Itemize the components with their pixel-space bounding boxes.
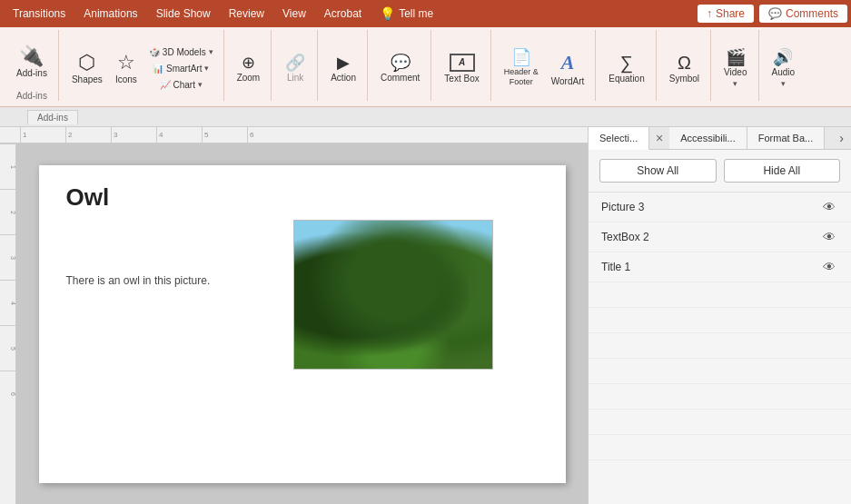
ribbon-3d-smartart-chart: 🎲 3D Models ▾ 📊 SmartArt ▾ 📈 Chart ▾ [144,44,218,93]
chart-icon: 📈 [160,80,171,90]
slide-image-visual [293,220,493,370]
ribbon-group-header-wordart: 📄 Header &Footer A WordArt [493,30,597,101]
link-button[interactable]: 🔗 Link [279,43,312,94]
wordart-button[interactable]: A WordArt [546,43,590,94]
comment-button[interactable]: 💬 Comment [375,43,425,94]
empty-row-3 [589,333,851,359]
addins-icon: 🔌 [19,46,44,66]
symbol-button[interactable]: Ω Symbol [664,43,705,94]
slide-content-area: 1 2 3 4 5 6 Owl There is an owl in this … [0,143,588,504]
slide-title: Owl [66,183,539,212]
picture3-label: Picture 3 [601,201,820,213]
menu-bar: Transitions Animations Slide Show Review… [0,0,851,27]
ruler-h-tick-6: 6 [247,127,292,143]
menu-bar-right: ↑ Share 💬 Comments [698,5,847,23]
share-button[interactable]: ↑ Share [698,5,754,23]
selection-list: Picture 3 👁 TextBox 2 👁 Title 1 👁 [589,193,851,504]
empty-row-6 [589,410,851,435]
title1-visibility-icon[interactable]: 👁 [820,258,838,276]
ribbon-group-link: 🔗 Link [273,30,318,101]
ruler-v-tick-5: 5 [0,325,16,371]
ruler-h-tick-2: 2 [65,127,111,143]
ribbon-group-equation: ∑ Equation [598,30,656,101]
textbox-button[interactable]: A Text Box [439,43,484,94]
ribbon: 🔌 Add-ins Add-ins ⬡ Shapes ☆ Icons 🎲 3D … [0,27,851,107]
zoom-icon: ⊕ [242,54,255,71]
slide-image [293,220,493,370]
tab-format[interactable]: Format Ba... [747,127,826,149]
menu-view[interactable]: View [273,4,315,24]
slide-body-text: There is an owl in this picture. [66,274,211,287]
ruler-v-tick-3: 3 [0,234,16,280]
selection-item-picture3[interactable]: Picture 3 👁 [589,193,851,222]
panel-tabs: Selecti... × Accessibili... Format Ba...… [589,127,851,150]
empty-row-7 [589,435,851,460]
ruler-vertical: 1 2 3 4 5 6 [0,143,16,504]
ribbon-group-addins: 🔌 Add-ins Add-ins [5,30,59,101]
tab-accessibility[interactable]: Accessibili... [669,127,747,149]
chart-dropdown[interactable]: ▾ [198,80,203,89]
header-footer-icon: 📄 [511,49,531,65]
comment-icon: 💬 [391,54,411,71]
video-dropdown[interactable]: ▾ [733,79,737,88]
equation-icon: ∑ [620,54,633,72]
ruler-h-tick-3: 3 [111,127,156,143]
ribbon-group-symbol: Ω Symbol [658,30,711,101]
empty-row-5 [589,384,851,410]
tab-selection[interactable]: Selecti... [589,127,649,150]
ruler-horizontal: 1 2 3 4 5 6 [0,127,588,143]
addins-button[interactable]: 🔌 Add-ins [11,37,53,88]
menu-acrobat[interactable]: Acrobat [315,4,371,24]
textbox2-visibility-icon[interactable]: 👁 [820,228,838,246]
tab-selection-close[interactable]: × [649,128,669,148]
audio-button[interactable]: 🔊 Audio ▾ [767,43,801,94]
3dmodels-dropdown[interactable]: ▾ [209,47,213,56]
empty-row-1 [589,282,851,308]
comments-button[interactable]: 💬 Comments [759,5,847,23]
ruler-h-tick-4: 4 [156,127,202,143]
ribbon-group-video: 🎬 Video ▾ [713,30,758,101]
selection-item-textbox2[interactable]: TextBox 2 👁 [589,222,851,252]
3dmodels-button[interactable]: 🎲 3D Models ▾ [144,44,218,60]
audio-icon: 🔊 [773,49,793,65]
chart-button[interactable]: 📈 Chart ▾ [144,77,218,93]
action-icon: ▶ [337,54,350,71]
shapes-button[interactable]: ⬡ Shapes [66,43,108,94]
menu-review[interactable]: Review [220,4,273,24]
zoom-button[interactable]: ⊕ Zoom [232,43,266,94]
ruler-h-tick-1: 1 [20,127,65,143]
menu-animations[interactable]: Animations [74,4,146,24]
hide-all-button[interactable]: Hide All [724,159,841,183]
slide-canvas[interactable]: Owl There is an owl in this picture. [39,165,566,483]
panel-more-button[interactable]: › [832,127,851,149]
tell-me-input[interactable]: Tell me [399,7,433,20]
link-icon: 🔗 [285,54,305,71]
ribbon-group-shapes: ⬡ Shapes ☆ Icons 🎲 3D Models ▾ 📊 SmartAr… [61,30,224,101]
video-button[interactable]: 🎬 Video ▾ [718,43,752,94]
smartart-button[interactable]: 📊 SmartArt ▾ [144,61,218,76]
equation-button[interactable]: ∑ Equation [603,43,649,94]
header-footer-button[interactable]: 📄 Header &Footer [499,43,544,94]
share-icon: ↑ [707,7,712,20]
sub-ribbon: Add-ins [0,107,851,127]
wordart-icon: A [561,51,575,74]
ribbon-group-action: ▶ Action [320,30,368,101]
slide-panel: 1 2 3 4 5 6 1 2 3 4 5 6 Owl There is an … [0,127,588,504]
video-icon: 🎬 [726,49,746,65]
main-area: 1 2 3 4 5 6 1 2 3 4 5 6 Owl There is an … [0,127,851,504]
audio-dropdown[interactable]: ▾ [781,79,786,88]
menu-slideshow[interactable]: Slide Show [147,4,220,24]
ruler-v-tick-2: 2 [0,189,16,234]
selection-item-title1[interactable]: Title 1 👁 [589,252,851,282]
menu-transitions[interactable]: Transitions [4,4,74,24]
sub-ribbon-addins-tab[interactable]: Add-ins [27,110,78,124]
action-button[interactable]: ▶ Action [325,43,361,94]
addins-group-label: Add-ins [16,91,47,101]
smartart-dropdown[interactable]: ▾ [204,64,209,73]
symbol-icon: Ω [678,54,691,72]
smartart-icon: 📊 [153,64,163,74]
picture3-visibility-icon[interactable]: 👁 [820,198,838,216]
right-panel: Selecti... × Accessibili... Format Ba...… [588,127,851,504]
icons-button[interactable]: ☆ Icons [110,43,143,94]
show-all-button[interactable]: Show All [599,159,717,183]
